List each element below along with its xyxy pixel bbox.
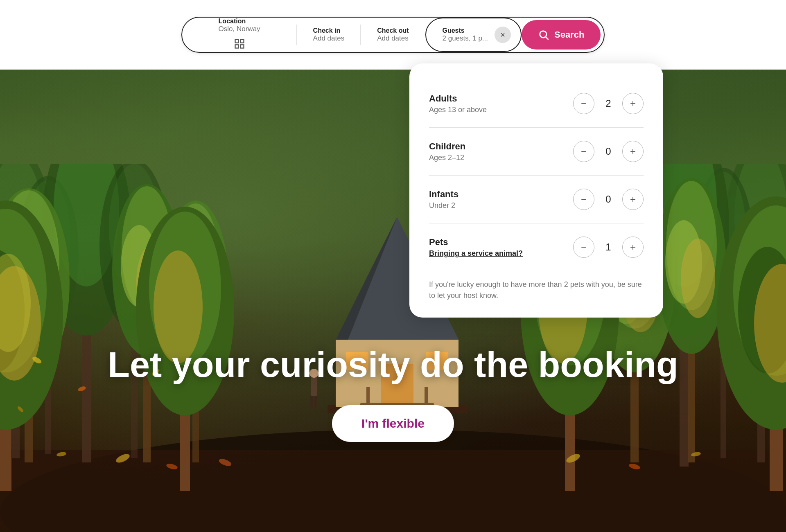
guests-dropdown: Adults Ages 13 or above − 2 + Children A… [409, 63, 663, 318]
adults-age: Ages 13 or above [429, 106, 573, 114]
hero-content: Let your curiosity do the booking I'm fl… [0, 344, 786, 442]
checkout-value: Add dates [377, 34, 409, 43]
clear-icon: × [500, 30, 505, 40]
pets-row: Pets Bringing a service animal? − 1 + [429, 223, 644, 271]
checkin-value: Add dates [313, 34, 345, 43]
infants-count: 0 [603, 194, 614, 205]
children-info: Children Ages 2–12 [429, 141, 573, 162]
children-age: Ages 2–12 [429, 153, 573, 162]
search-bar: Location Oslo, Norway Check in Add dates… [181, 17, 605, 53]
adults-label: Adults [429, 93, 573, 104]
guests-value: 2 guests, 1 p... [443, 34, 488, 43]
location-section[interactable]: Location Oslo, Norway [182, 18, 297, 52]
navbar: Location Oslo, Norway Check in Add dates… [0, 0, 786, 70]
location-icon [234, 38, 245, 52]
infants-label: Infants [429, 189, 573, 200]
children-row: Children Ages 2–12 − 0 + [429, 128, 644, 176]
adults-row: Adults Ages 13 or above − 2 + [429, 80, 644, 128]
svg-rect-103 [240, 45, 244, 48]
checkout-label: Check out [377, 27, 409, 34]
service-animal-link[interactable]: Bringing a service animal? [429, 249, 523, 257]
children-count: 0 [603, 146, 614, 157]
location-value: Oslo, Norway [219, 25, 260, 33]
hero-title: Let your curiosity do the booking [0, 344, 786, 385]
pets-decrement-button[interactable]: − [573, 237, 594, 258]
pets-counter: − 1 + [573, 237, 644, 258]
children-decrement-button[interactable]: − [573, 141, 594, 162]
svg-point-46 [681, 239, 715, 318]
guests-label: Guests [443, 27, 488, 34]
flexible-label: I'm flexible [361, 417, 425, 430]
svg-line-106 [546, 37, 548, 39]
pets-note: If you're lucky enough to have more than… [429, 279, 644, 301]
svg-rect-104 [235, 45, 238, 48]
pets-increment-button[interactable]: + [622, 237, 644, 258]
pets-info: Pets Bringing a service animal? [429, 237, 573, 258]
guests-section[interactable]: Guests 2 guests, 1 p... × [425, 18, 522, 52]
adults-counter: − 2 + [573, 93, 644, 114]
checkout-section[interactable]: Check out Add dates [361, 18, 425, 52]
infants-info: Infants Under 2 [429, 189, 573, 210]
location-label: Location [219, 18, 260, 25]
pets-age: Bringing a service animal? [429, 249, 573, 258]
pets-label: Pets [429, 237, 573, 248]
infants-counter: − 0 + [573, 189, 644, 210]
checkin-label: Check in [313, 27, 345, 34]
infants-decrement-button[interactable]: − [573, 189, 594, 210]
children-counter: − 0 + [573, 141, 644, 162]
svg-point-105 [540, 31, 547, 38]
adults-count: 2 [603, 98, 614, 109]
search-icon [538, 29, 549, 41]
adults-info: Adults Ages 13 or above [429, 93, 573, 114]
search-button[interactable]: Search [522, 20, 601, 50]
clear-guests-button[interactable]: × [495, 27, 511, 43]
infants-row: Infants Under 2 − 0 + [429, 176, 644, 223]
children-label: Children [429, 141, 573, 152]
svg-rect-102 [240, 40, 244, 43]
svg-rect-101 [235, 40, 238, 43]
flexible-button[interactable]: I'm flexible [332, 405, 454, 442]
adults-decrement-button[interactable]: − [573, 93, 594, 114]
infants-age: Under 2 [429, 201, 573, 210]
children-increment-button[interactable]: + [622, 141, 644, 162]
adults-increment-button[interactable]: + [622, 93, 644, 114]
pets-count: 1 [603, 241, 614, 253]
checkin-section[interactable]: Check in Add dates [297, 18, 361, 52]
infants-increment-button[interactable]: + [622, 189, 644, 210]
search-label: Search [554, 29, 584, 40]
